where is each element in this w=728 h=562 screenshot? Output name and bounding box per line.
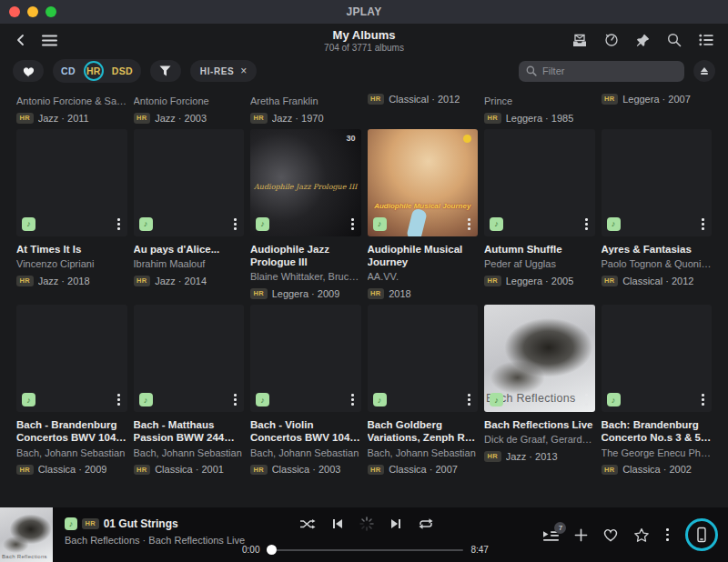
album-tile[interactable]: HRClassical · 2012 [368, 85, 479, 124]
album-meta: Classica · 2009 [38, 464, 107, 475]
kebab-menu-icon[interactable] [349, 392, 356, 407]
album-title: Bach - Matthaus Passion BWW 244 (DVD Aud… [134, 418, 245, 445]
album-artist: Bach, Johann Sebastian [16, 447, 127, 460]
kebab-menu-icon[interactable] [700, 216, 706, 232]
menu-icon[interactable] [42, 35, 57, 46]
album-meta: Jazz · 2003 [155, 113, 207, 124]
album-art-placeholder[interactable] [134, 305, 245, 412]
album-tile[interactable]: Bach Reflections Bach Reflections Live D… [484, 305, 595, 475]
album-art-placeholder[interactable] [484, 129, 595, 236]
album-tile[interactable]: Antonio Forcione & Sabina... HRJazz · 20… [16, 85, 127, 124]
shuffle-button[interactable] [299, 518, 316, 530]
star-button[interactable] [633, 527, 650, 543]
album-artist: Vincenzo Cipriani [16, 258, 127, 271]
album-art-placeholder[interactable] [250, 305, 361, 412]
quality-badge-icon [22, 393, 35, 406]
album-artist: Prince [484, 95, 595, 108]
album-title: Bach - Violin Concertos BWV 1042 1043 10… [250, 418, 361, 445]
album-tile[interactable]: Bach - Brandenburg Concertos BWV 1046 1.… [16, 305, 127, 475]
kebab-menu-icon[interactable] [700, 392, 706, 407]
more-options-button[interactable] [664, 527, 671, 543]
plus-icon [574, 528, 588, 542]
album-art[interactable]: Audiophile Musical Journey [368, 129, 479, 236]
list-icon[interactable] [699, 34, 713, 46]
sort-button[interactable] [693, 60, 715, 82]
kebab-menu-icon[interactable] [466, 216, 472, 232]
funnel-filter-button[interactable] [150, 60, 181, 82]
seek-bar[interactable] [267, 545, 463, 555]
album-artist: Dick de Graaf, Gerard Kleijn [484, 434, 595, 447]
album-tile[interactable]: 30 Audiophile Jazz Prologue III Audiophi… [250, 129, 361, 299]
add-button[interactable] [574, 528, 588, 542]
album-meta: Jazz · 2013 [506, 451, 558, 462]
album-artist: Antonio Forcione & Sabina... [16, 95, 127, 108]
kebab-menu-icon[interactable] [232, 392, 238, 407]
seek-knob[interactable] [267, 545, 277, 555]
album-tile[interactable]: Au pays d'Alice... Ibrahim Maalouf HRJaz… [134, 129, 245, 299]
app-window: JPLAY My Albums 704 of 3771 albums [0, 0, 728, 562]
queue-button[interactable]: 7 [542, 528, 560, 542]
filter-input[interactable] [519, 61, 684, 82]
album-tile[interactable]: At Times It Is Vincenzo Cipriani HRJazz … [16, 129, 127, 299]
kebab-menu-icon[interactable] [349, 216, 356, 232]
album-tile[interactable]: Aretha Franklin HRJazz · 1970 [250, 85, 361, 124]
kebab-menu-icon[interactable] [116, 392, 122, 407]
album-artist: Bach, Johann Sebastian [250, 447, 361, 460]
album-tile[interactable]: Audiophile Musical Journey Audiophile Mu… [368, 129, 479, 299]
queue-count-badge: 7 [554, 522, 566, 534]
repeat-button[interactable] [418, 517, 434, 530]
album-tile[interactable]: Bach: Brandenburg Concerto No.s 3 & 5 an… [602, 305, 713, 475]
album-tile[interactable]: Bach - Violin Concertos BWV 1042 1043 10… [250, 305, 361, 475]
favorite-button[interactable] [602, 527, 619, 542]
kebab-menu-icon[interactable] [232, 216, 238, 232]
album-meta: Jazz · 2014 [155, 276, 207, 286]
kebab-menu-icon[interactable] [583, 216, 590, 232]
album-tile[interactable]: Ayres & Fantasias Paolo Tognon & Quoniam… [602, 129, 713, 299]
history-icon[interactable] [604, 33, 619, 47]
album-tile[interactable]: Autumn Shuffle Peder af Ugglas HRLeggera… [484, 129, 595, 299]
album-title: Audiophile Jazz Prologue III [250, 243, 361, 269]
back-button[interactable] [15, 34, 27, 46]
format-hr-button[interactable]: HR [86, 65, 101, 76]
album-art-placeholder[interactable] [16, 305, 127, 412]
album-tile[interactable]: Antonio Forcione HRJazz · 2003 [134, 85, 245, 124]
album-art-placeholder[interactable] [602, 129, 713, 236]
kebab-menu-icon[interactable] [583, 392, 590, 407]
format-dsd-button[interactable]: DSD [112, 65, 133, 76]
quality-badge-icon [65, 517, 77, 530]
album-art[interactable]: Bach Reflections [484, 305, 595, 412]
album-tile[interactable]: Prince HRLeggera · 1985 [484, 85, 595, 124]
album-art-placeholder[interactable] [16, 129, 127, 236]
remove-tag-icon[interactable]: × [240, 65, 247, 76]
search-icon[interactable] [667, 33, 682, 47]
album-title: Bach Reflections Live [484, 418, 595, 431]
album-art[interactable]: 30 Audiophile Jazz Prologue III [250, 129, 361, 236]
transport-controls [299, 517, 434, 531]
album-art-placeholder[interactable] [134, 129, 245, 236]
kebab-menu-icon[interactable] [466, 392, 472, 407]
album-title: Bach - Brandenburg Concertos BWV 1046 1.… [16, 418, 127, 445]
album-meta: Classical · 2012 [389, 94, 460, 105]
pin-icon[interactable] [636, 34, 650, 47]
album-title: Audiophile Musical Journey [368, 243, 479, 269]
hires-filter-tag[interactable]: HI-RES × [190, 60, 258, 82]
art-text: Audiophile Jazz Prologue III [250, 183, 358, 191]
kebab-menu-icon[interactable] [116, 216, 122, 232]
device-output-button[interactable] [685, 518, 718, 551]
favorites-filter-button[interactable] [13, 60, 44, 82]
album-meta: Leggera · 2005 [506, 276, 574, 286]
album-tile[interactable]: HRLeggera · 2007 [602, 85, 713, 124]
quality-badge-icon [490, 393, 503, 406]
album-art-placeholder[interactable] [602, 305, 713, 412]
titlebar: JPLAY [0, 0, 728, 24]
format-cd-button[interactable]: CD [61, 65, 76, 76]
album-tile[interactable]: Bach - Matthaus Passion BWW 244 (DVD Aud… [134, 305, 245, 475]
album-tile[interactable]: Bach Goldberg Variations, Zenph Re-perfo… [368, 305, 479, 475]
album-art-placeholder[interactable] [368, 305, 479, 412]
now-playing-thumbnail[interactable]: Bach Reflections [0, 507, 53, 562]
inbox-icon[interactable] [572, 34, 587, 47]
previous-button[interactable] [331, 517, 344, 530]
next-button[interactable] [389, 517, 402, 530]
hires-tag-label: HI-RES [200, 66, 235, 76]
format-hr-ring[interactable]: HR [84, 61, 104, 81]
